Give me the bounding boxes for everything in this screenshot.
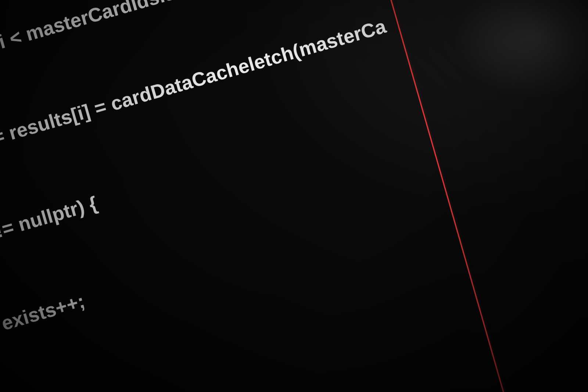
code-text: exists++; bbox=[0, 290, 87, 335]
code-editor-viewport: ardModek::getMasterCardDatasBy vector<Ca… bbox=[0, 0, 588, 392]
code-container: ardModek::getMasterCardDatasBy vector<Ca… bbox=[0, 0, 588, 392]
code-text: if (p != nullptr) { bbox=[0, 192, 100, 253]
highlight-box: for (int i = 0; i < masterCardIds.size()… bbox=[0, 0, 521, 392]
code-block: ardModek::getMasterCardDatasBy vector<Ca… bbox=[0, 0, 588, 392]
